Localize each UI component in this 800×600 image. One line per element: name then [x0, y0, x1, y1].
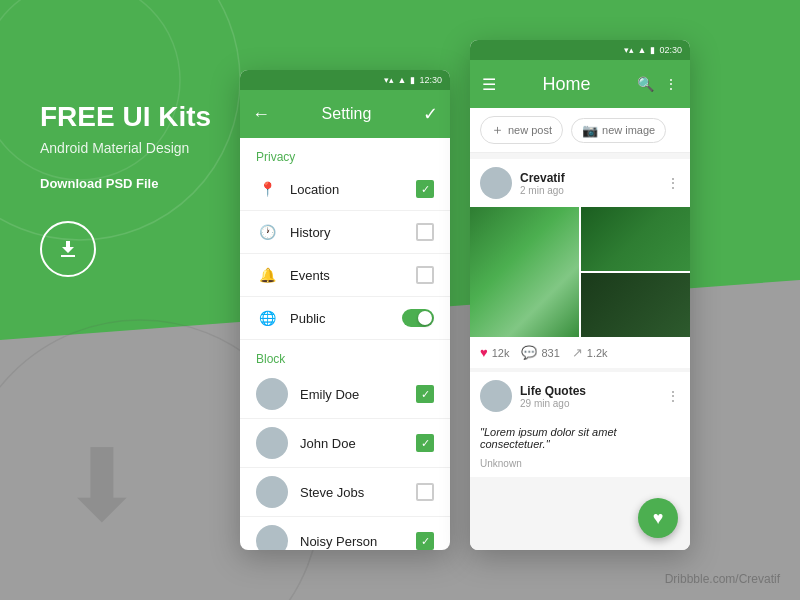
- public-item: 🌐 Public: [240, 297, 450, 340]
- phone-settings: ▾▴ ▲ ▮ 12:30 ← Setting ✓ Privacy 📍 Locat…: [240, 70, 450, 550]
- new-image-label: new image: [602, 124, 655, 136]
- john-checkbox[interactable]: [416, 434, 434, 452]
- dribbble-credit: Dribbble.com/Crevatif: [665, 572, 780, 586]
- battery-icon: ▮: [410, 75, 415, 85]
- status-time-2: 02:30: [659, 45, 682, 55]
- phones-container: ▾▴ ▲ ▮ 12:30 ← Setting ✓ Privacy 📍 Locat…: [240, 40, 690, 550]
- public-toggle[interactable]: [402, 309, 434, 327]
- post2-menu-icon[interactable]: ⋮: [666, 388, 680, 404]
- post2-avatar: [480, 380, 512, 412]
- apple-image-main: [470, 207, 579, 337]
- post1-author: Crevatif: [520, 171, 658, 185]
- block-item-john: John Doe: [240, 419, 450, 468]
- post1-side-image-1: [581, 207, 690, 271]
- home-header: ☰ Home 🔍 ⋮: [470, 60, 690, 108]
- comments-count: 831: [541, 347, 559, 359]
- new-post-label: new post: [508, 124, 552, 136]
- wifi2-icon: ▲: [638, 45, 647, 55]
- location-icon: 📍: [256, 178, 278, 200]
- post1-menu-icon[interactable]: ⋮: [666, 175, 680, 191]
- download-link[interactable]: Download PSD File: [40, 176, 211, 191]
- public-label: Public: [290, 311, 390, 326]
- emily-avatar: [256, 378, 288, 410]
- post-header-1: Crevatif 2 min ago ⋮: [470, 159, 690, 207]
- steve-checkbox[interactable]: [416, 483, 434, 501]
- block-item-noisy: Noisy Person: [240, 517, 450, 550]
- search-icon[interactable]: 🔍: [637, 76, 654, 92]
- status-bar-1: ▾▴ ▲ ▮ 12:30: [240, 70, 450, 90]
- post2-time: 29 min ago: [520, 398, 658, 409]
- post2-info: Life Quotes 29 min ago: [520, 384, 658, 409]
- left-content-area: FREE UI Kits Android Material Design Dow…: [40, 100, 211, 277]
- download-button[interactable]: [40, 221, 96, 277]
- settings-header: ← Setting ✓: [240, 90, 450, 138]
- main-title: FREE UI Kits: [40, 100, 211, 134]
- events-icon: 🔔: [256, 264, 278, 286]
- download-icon: [56, 237, 80, 261]
- post1-info: Crevatif 2 min ago: [520, 171, 658, 196]
- svg-text:⬇: ⬇: [60, 429, 144, 541]
- fab-heart-icon: ♥: [653, 508, 664, 529]
- action-bar: ＋ new post 📷 new image: [470, 108, 690, 153]
- block-item-emily: Emily Doe: [240, 370, 450, 419]
- shares-stat: ↗ 1.2k: [572, 345, 608, 360]
- settings-body: Privacy 📍 Location 🕐 History 🔔 Events: [240, 138, 450, 550]
- back-arrow-icon[interactable]: ←: [252, 104, 270, 125]
- public-icon: 🌐: [256, 307, 278, 329]
- post-card-2: Life Quotes 29 min ago ⋮ "Lorem ipsum do…: [470, 372, 690, 477]
- history-item: 🕐 History: [240, 211, 450, 254]
- signal-icon: ▾▴: [384, 75, 394, 85]
- steve-name: Steve Jobs: [300, 485, 404, 500]
- status-time: 12:30: [419, 75, 442, 85]
- status-bar-2: ▾▴ ▲ ▮ 02:30: [470, 40, 690, 60]
- history-checkbox[interactable]: [416, 223, 434, 241]
- post1-side-image-2: [581, 273, 690, 337]
- history-icon: 🕐: [256, 221, 278, 243]
- block-item-steve: Steve Jobs: [240, 468, 450, 517]
- check-icon[interactable]: ✓: [423, 103, 438, 125]
- apple-image-side2: [581, 273, 690, 337]
- noisy-avatar: [256, 525, 288, 550]
- settings-title: Setting: [322, 105, 372, 123]
- comment-icon: 💬: [521, 345, 537, 360]
- camera-icon: 📷: [582, 123, 598, 138]
- menu-icon[interactable]: ☰: [482, 75, 496, 94]
- signal2-icon: ▾▴: [624, 45, 634, 55]
- post1-avatar: [480, 167, 512, 199]
- likes-count: 12k: [492, 347, 510, 359]
- post-card-1: Crevatif 2 min ago ⋮: [470, 159, 690, 368]
- john-name: John Doe: [300, 436, 404, 451]
- subtitle: Android Material Design: [40, 140, 211, 156]
- events-item: 🔔 Events: [240, 254, 450, 297]
- location-checkbox[interactable]: [416, 180, 434, 198]
- post2-quote: "Lorem ipsum dolor sit amet consectetuer…: [470, 420, 690, 458]
- home-body: ＋ new post 📷 new image Crevatif 2 min ag…: [470, 108, 690, 550]
- steve-avatar: [256, 476, 288, 508]
- events-label: Events: [290, 268, 404, 283]
- privacy-section-label: Privacy: [240, 138, 450, 168]
- post2-author: Life Quotes: [520, 384, 658, 398]
- battery2-icon: ▮: [650, 45, 655, 55]
- add-icon: ＋: [491, 121, 504, 139]
- block-section-label: Block: [240, 340, 450, 370]
- location-label: Location: [290, 182, 404, 197]
- location-item: 📍 Location: [240, 168, 450, 211]
- apple-image-side1: [581, 207, 690, 271]
- new-image-button[interactable]: 📷 new image: [571, 118, 666, 143]
- post2-attribution: Unknown: [470, 458, 690, 477]
- fab-heart-button[interactable]: ♥: [638, 498, 678, 538]
- history-label: History: [290, 225, 404, 240]
- more-vertical-icon[interactable]: ⋮: [664, 76, 678, 92]
- post1-time: 2 min ago: [520, 185, 658, 196]
- post-header-2: Life Quotes 29 min ago ⋮: [470, 372, 690, 420]
- header-icons-right: 🔍 ⋮: [637, 76, 678, 92]
- noisy-checkbox[interactable]: [416, 532, 434, 550]
- noisy-name: Noisy Person: [300, 534, 404, 549]
- emily-checkbox[interactable]: [416, 385, 434, 403]
- post1-main-image: [470, 207, 579, 337]
- heart-icon: ♥: [480, 345, 488, 360]
- home-title: Home: [542, 74, 590, 95]
- events-checkbox[interactable]: [416, 266, 434, 284]
- phone-home: ▾▴ ▲ ▮ 02:30 ☰ Home 🔍 ⋮ ＋ new post 📷: [470, 40, 690, 550]
- new-post-button[interactable]: ＋ new post: [480, 116, 563, 144]
